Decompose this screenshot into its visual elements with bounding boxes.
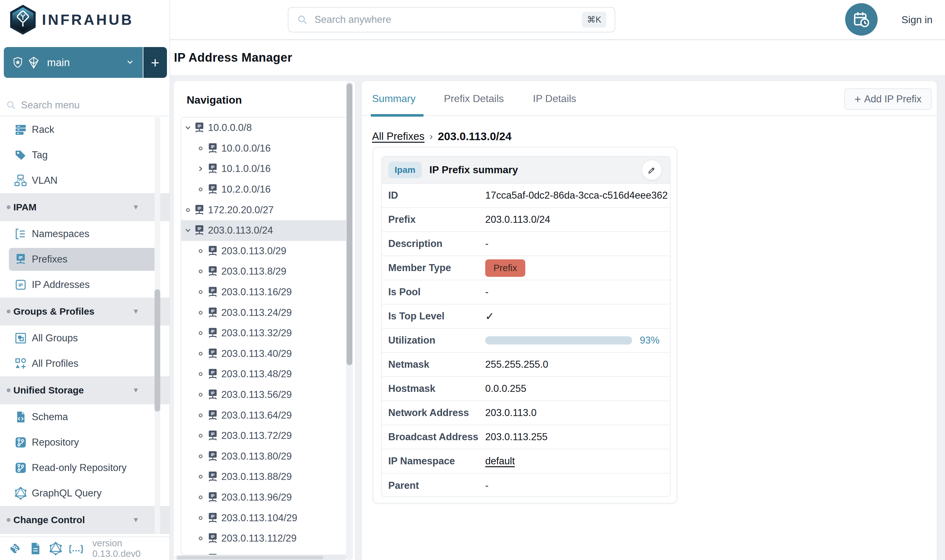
breadcrumb-all-prefixes-link[interactable]: All Prefixes [372,130,424,142]
tree-row-203-0-113-16-29[interactable]: IP203.0.113.16/29 [181,282,347,303]
sidebar-item-all-profiles[interactable]: All Profiles [0,351,170,376]
sidebar-item-ip-addresses[interactable]: IPIP Addresses [0,272,170,297]
dot-icon[interactable] [196,493,205,502]
tree-row-10-0-0-0-8[interactable]: IP10.0.0.0/8 [181,118,347,138]
navigation-horizontal-scrollbar[interactable] [175,555,347,560]
navigation-scrollbar[interactable] [346,82,353,560]
dot-icon[interactable] [196,349,205,358]
logo[interactable]: INFRAHUB [9,4,134,35]
sidebar-section-unified-storage[interactable]: Unified Storage▼ [0,376,170,404]
summary-row-description: Description- [382,232,670,256]
tree-row-203-0-113-72-29[interactable]: IP203.0.113.72/29 [181,426,347,446]
sidebar-item-all-groups[interactable]: All Groups [0,325,170,351]
prefix-icon: IP [207,491,219,503]
tree-row-203-0-113-96-29[interactable]: IP203.0.113.96/29 [181,487,347,508]
svg-text:IP: IP [197,206,201,211]
dot-icon[interactable] [196,267,205,275]
add-branch-button[interactable]: + [143,47,167,78]
sidebar-item-vlan[interactable]: VLAN [0,168,170,193]
sidebar-section-change-control[interactable]: Change Control▼ [0,506,170,534]
document-icon[interactable] [29,542,42,555]
tree-row-10-0-0-0-16[interactable]: IP10.0.0.0/16 [181,138,347,159]
dot-icon[interactable] [196,370,205,378]
tree-row-203-0-113-112-29[interactable]: IP203.0.113.112/29 [181,528,347,549]
sidebar-item-schema[interactable]: Schema [0,404,170,430]
chevron-down-icon[interactable] [184,226,192,235]
tree-row-172-20-20-0-27[interactable]: IP172.20.20.0/27 [181,200,347,220]
tree-row-203-0-113-56-29[interactable]: IP203.0.113.56/29 [181,385,347,405]
dot-icon[interactable] [196,452,205,460]
tree-row-203-0-113-8-29[interactable]: IP203.0.113.8/29 [181,261,347,282]
tree-row-10-2-0-0-16[interactable]: IP10.2.0.0/16 [181,179,347,200]
dot-icon[interactable] [196,309,205,317]
bullet-icon [7,309,11,313]
sidebar-item-read-only-repository[interactable]: Read-only Repository [0,455,170,480]
sidebar-section-ipam[interactable]: IPAM▼ [0,193,170,221]
chevron-right-icon[interactable] [196,165,205,173]
sidebar-scrollbar[interactable] [154,117,160,534]
tree-row-203-0-113-0-29[interactable]: IP203.0.113.0/29 [181,241,347,262]
sidebar-item-graphql-query[interactable]: GraphQL Query [0,480,170,506]
tree-row-203-0-113-88-29[interactable]: IP203.0.113.88/29 [181,466,347,487]
prefix-icon: IP [193,122,205,134]
tree-row-203-0-113-80-29[interactable]: IP203.0.113.80/29 [181,446,347,467]
sidebar-item-prefixes[interactable]: IPPrefixes [0,247,170,272]
global-search-input[interactable] [314,14,582,25]
sidebar-search-input[interactable] [21,100,164,111]
dot-icon[interactable] [196,514,205,522]
sidebar-section-groups-profiles[interactable]: Groups & Profiles▼ [0,297,170,325]
add-ip-prefix-button[interactable]: + Add IP Prefix [844,88,932,110]
tree-row-203-0-113-104-29[interactable]: IP203.0.113.104/29 [181,508,347,528]
progress-track [485,336,632,345]
tab-prefix-details[interactable]: Prefix Details [444,81,504,116]
tree-row-203-0-113-32-29[interactable]: IP203.0.113.32/29 [181,323,347,343]
schedule-button[interactable] [845,3,877,35]
dot-icon[interactable] [196,391,205,399]
svg-text:IP: IP [211,432,214,436]
dot-icon[interactable] [196,432,205,440]
edit-button[interactable] [642,160,662,180]
navigation-horizontal-scrollbar-thumb[interactable] [177,556,324,559]
dot-icon[interactable] [196,329,205,337]
global-search[interactable]: ⌘K [288,7,615,32]
braces-icon[interactable]: {…} [69,542,83,555]
sidebar-scrollbar-thumb[interactable] [154,289,160,412]
dot-icon[interactable] [196,247,205,255]
dot-icon[interactable] [196,534,205,543]
sidebar-item-tag[interactable]: Tag [0,142,170,168]
tree-row-10-1-0-0-16[interactable]: IP10.1.0.0/16 [181,158,347,179]
sidebar-search[interactable] [0,95,170,116]
tree-row-203-0-113-24-29[interactable]: IP203.0.113.24/29 [181,302,347,323]
svg-text:IP: IP [211,391,214,395]
tree-row-203-0-113-0-24[interactable]: IP203.0.113.0/24 [181,220,347,241]
prefix-icon: IP [207,307,219,319]
sign-in-button[interactable]: Sign in [902,0,933,40]
dot-icon[interactable] [196,185,205,194]
tree-row-203-0-113-40-29[interactable]: IP203.0.113.40/29 [181,343,347,364]
dot-icon[interactable] [196,411,205,420]
ip-namespace-link[interactable]: default [485,455,515,467]
tree-row-203-0-113-48-29[interactable]: IP203.0.113.48/29 [181,364,347,385]
tree-row-203-0-113-120-29[interactable]: IP203.0.113.120/29 [181,549,347,555]
git-icon[interactable] [8,542,22,555]
chevron-down-icon[interactable] [184,124,192,132]
tab-ip-details[interactable]: IP Details [533,81,576,116]
dot-icon[interactable] [196,144,205,152]
dot-icon[interactable] [196,288,205,296]
sidebar-item-repository[interactable]: Repository [0,430,170,455]
summary-label: Network Address [388,407,485,418]
summary-label: Member Type [388,262,485,274]
navigation-scrollbar-thumb[interactable] [347,83,352,365]
tree-row-203-0-113-64-29[interactable]: IP203.0.113.64/29 [181,405,347,426]
tab-summary[interactable]: Summary [372,81,416,116]
graphql-icon[interactable] [49,542,62,555]
dot-icon[interactable] [184,206,192,214]
branch-dropdown[interactable]: main [4,47,143,78]
triangle-down-icon: ▼ [132,203,139,211]
summary-row-utilization: Utilization93% [382,329,670,353]
prefix-icon: IP [207,430,219,442]
sidebar-item-namespaces[interactable]: Namespaces [0,221,170,247]
summary-label: Parent [388,480,485,491]
sidebar-item-rack[interactable]: Rack [0,117,170,142]
dot-icon[interactable] [196,472,205,481]
